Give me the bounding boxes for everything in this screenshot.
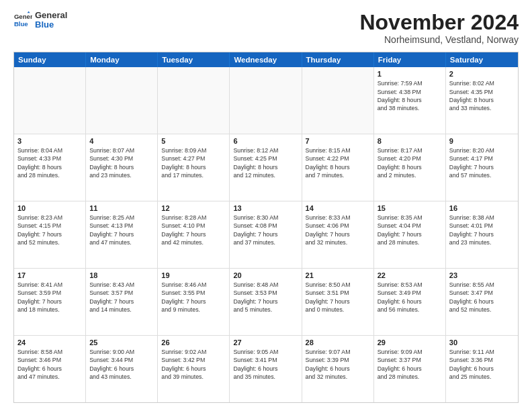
cal-cell-9: 9Sunrise: 8:20 AMSunset: 4:17 PMDaylight…: [446, 134, 518, 201]
cell-line: Sunset: 4:20 PM: [378, 154, 442, 163]
cell-line: Daylight: 6 hours: [17, 365, 82, 373]
week-row-4: 17Sunrise: 8:41 AMSunset: 3:59 PMDayligh…: [14, 269, 518, 336]
day-number: 16: [449, 204, 515, 212]
cal-cell-21: 21Sunrise: 8:50 AMSunset: 3:51 PMDayligh…: [302, 269, 374, 335]
svg-marker-2: [28, 11, 30, 13]
cell-line: Sunset: 4:27 PM: [161, 154, 226, 163]
cell-line: and 5 minutes.: [233, 306, 298, 314]
cell-line: Daylight: 8 hours: [306, 163, 370, 171]
logo-general: General: [35, 11, 67, 20]
weekday-header-monday: Monday: [86, 52, 158, 67]
cell-line: and 12 minutes.: [233, 171, 298, 179]
cell-line: Sunrise: 8:09 AM: [161, 146, 226, 154]
cal-cell-26: 26Sunrise: 9:02 AMSunset: 3:42 PMDayligh…: [158, 336, 230, 402]
cal-cell-4: 4Sunrise: 8:07 AMSunset: 4:30 PMDaylight…: [86, 134, 158, 201]
cell-line: Daylight: 7 hours: [17, 230, 82, 238]
cell-line: Daylight: 6 hours: [306, 365, 370, 373]
cell-line: and 18 minutes.: [17, 306, 82, 314]
cell-line: Sunrise: 9:09 AM: [378, 348, 442, 356]
day-number: 1: [378, 70, 442, 78]
weekday-header-thursday: Thursday: [302, 52, 374, 67]
cell-line: and 43 minutes.: [89, 373, 154, 381]
day-number: 27: [233, 338, 298, 347]
cal-cell-11: 11Sunrise: 8:25 AMSunset: 4:13 PMDayligh…: [86, 201, 158, 268]
week-row-2: 3Sunrise: 8:04 AMSunset: 4:33 PMDaylight…: [14, 134, 518, 201]
cell-line: and 9 minutes.: [161, 306, 226, 314]
cell-line: Daylight: 6 hours: [378, 298, 442, 306]
cell-line: Sunset: 4:33 PM: [17, 154, 82, 163]
cell-line: Sunset: 4:08 PM: [233, 222, 298, 230]
cell-line: and 28 minutes.: [17, 171, 82, 179]
cal-cell-8: 8Sunrise: 8:17 AMSunset: 4:20 PMDaylight…: [374, 134, 446, 201]
cell-line: Sunset: 3:57 PM: [89, 289, 154, 297]
cell-line: Daylight: 8 hours: [161, 163, 226, 171]
cell-line: Sunrise: 8:04 AM: [17, 146, 82, 154]
cell-line: Sunrise: 8:55 AM: [449, 281, 515, 289]
cal-cell-empty-0-0: [14, 67, 86, 134]
day-number: 5: [161, 137, 226, 145]
cell-line: and 37 minutes.: [233, 238, 298, 246]
cell-line: Sunset: 3:39 PM: [306, 356, 370, 364]
cell-line: Daylight: 8 hours: [89, 163, 154, 171]
cal-cell-22: 22Sunrise: 8:53 AMSunset: 3:49 PMDayligh…: [374, 269, 446, 335]
day-number: 9: [449, 137, 515, 145]
cal-cell-5: 5Sunrise: 8:09 AMSunset: 4:27 PMDaylight…: [158, 134, 230, 201]
day-number: 25: [89, 338, 154, 347]
day-number: 24: [17, 338, 82, 347]
cell-line: and 28 minutes.: [378, 373, 442, 381]
cell-line: Sunrise: 8:17 AM: [378, 146, 442, 154]
cell-line: and 28 minutes.: [378, 238, 442, 246]
cell-line: and 25 minutes.: [449, 373, 515, 381]
weekday-header-tuesday: Tuesday: [158, 52, 230, 67]
cell-line: and 57 minutes.: [449, 171, 515, 179]
day-number: 2: [449, 70, 515, 78]
cell-line: Sunset: 3:53 PM: [233, 289, 298, 297]
cell-line: Daylight: 7 hours: [306, 230, 370, 238]
cell-line: and 52 minutes.: [17, 238, 82, 246]
day-number: 26: [161, 338, 226, 347]
svg-text:Blue: Blue: [14, 20, 28, 28]
cell-line: Sunrise: 7:59 AM: [378, 79, 442, 87]
weekday-header-saturday: Saturday: [446, 52, 518, 67]
logo-text: General Blue: [35, 11, 67, 30]
cell-line: and 38 minutes.: [378, 104, 442, 112]
header: General Blue General Blue November 2024 …: [13, 11, 519, 45]
day-number: 12: [161, 204, 226, 212]
cell-line: Sunset: 3:46 PM: [17, 356, 82, 364]
cell-line: Sunset: 3:59 PM: [17, 289, 82, 297]
cell-line: and 42 minutes.: [161, 238, 226, 246]
cal-cell-28: 28Sunrise: 9:07 AMSunset: 3:39 PMDayligh…: [302, 336, 374, 402]
cal-cell-10: 10Sunrise: 8:23 AMSunset: 4:15 PMDayligh…: [14, 201, 86, 268]
cell-line: Sunrise: 8:46 AM: [161, 281, 226, 289]
cell-line: Sunrise: 9:07 AM: [306, 348, 370, 356]
cell-line: Sunrise: 8:43 AM: [89, 281, 154, 289]
cell-line: Sunset: 3:37 PM: [378, 356, 442, 364]
cal-cell-14: 14Sunrise: 8:33 AMSunset: 4:06 PMDayligh…: [302, 201, 374, 268]
cell-line: and 47 minutes.: [89, 238, 154, 246]
cell-line: Daylight: 7 hours: [233, 298, 298, 306]
cell-line: Sunrise: 9:02 AM: [161, 348, 226, 356]
cell-line: Sunset: 4:10 PM: [161, 222, 226, 230]
cal-cell-24: 24Sunrise: 8:58 AMSunset: 3:46 PMDayligh…: [14, 336, 86, 402]
cal-cell-2: 2Sunrise: 8:02 AMSunset: 4:35 PMDaylight…: [446, 67, 518, 134]
day-number: 23: [449, 271, 515, 279]
cell-line: and 0 minutes.: [306, 306, 370, 314]
cell-line: Daylight: 6 hours: [161, 365, 226, 373]
cell-line: and 23 minutes.: [89, 171, 154, 179]
cell-line: Daylight: 6 hours: [449, 365, 515, 373]
day-number: 29: [378, 338, 442, 347]
title-block: November 2024 Norheimsund, Vestland, Nor…: [359, 11, 519, 45]
cell-line: Sunset: 3:42 PM: [161, 356, 226, 364]
cell-line: Sunrise: 8:58 AM: [17, 348, 82, 356]
cell-line: Daylight: 7 hours: [378, 230, 442, 238]
day-number: 19: [161, 271, 226, 279]
cal-cell-6: 6Sunrise: 8:12 AMSunset: 4:25 PMDaylight…: [230, 134, 302, 201]
day-number: 22: [378, 271, 442, 279]
weekday-header-friday: Friday: [374, 52, 446, 67]
day-number: 30: [449, 338, 515, 347]
cell-line: Daylight: 8 hours: [449, 96, 515, 104]
cell-line: Sunrise: 9:05 AM: [233, 348, 298, 356]
cell-line: Daylight: 7 hours: [306, 298, 370, 306]
cell-line: Sunrise: 8:50 AM: [306, 281, 370, 289]
weekday-header-sunday: Sunday: [14, 52, 86, 67]
